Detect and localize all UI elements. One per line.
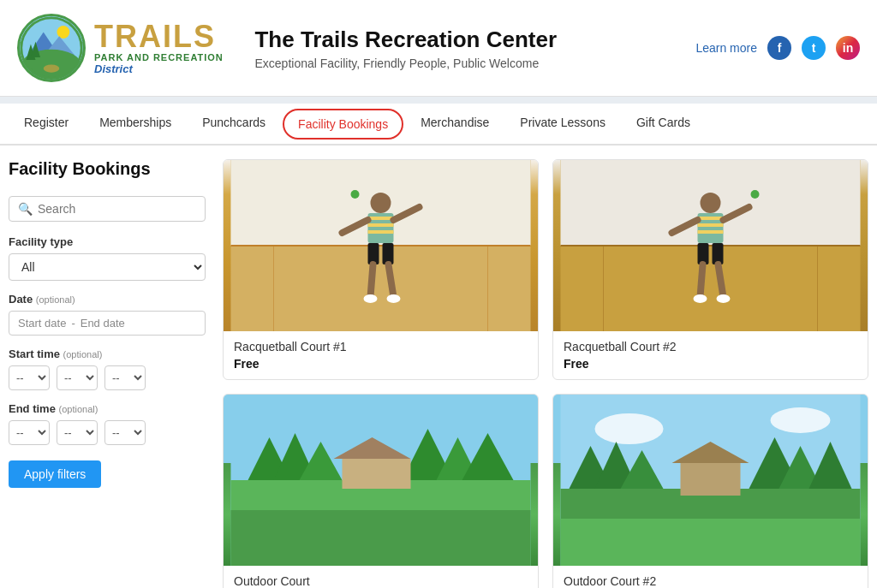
card-outdoor-1[interactable]: Outdoor Court Free [223,394,539,588]
site-title: The Trails Recreation Center [254,27,695,53]
date-range[interactable]: Start date - End date [9,311,206,336]
site-header: TRAILS PARK AND RECREATION District The … [0,0,877,97]
logo-area: TRAILS PARK AND RECREATION District [17,14,237,82]
nav-punchcards[interactable]: Punchcards [187,104,281,144]
card-body-1: Racquetball Court #1 Free [224,331,538,379]
main-content: Facility Bookings 🔍 Facility type All Da… [0,146,877,588]
end-time-row: -- -- -- [9,420,206,445]
svg-line-42 [701,264,703,297]
svg-point-46 [751,190,760,199]
card-name-1: Racquetball Court #1 [234,340,528,353]
svg-point-25 [364,294,378,303]
svg-rect-16 [368,217,394,220]
svg-rect-36 [698,223,724,227]
svg-rect-57 [231,510,531,566]
svg-rect-55 [343,459,411,489]
svg-rect-17 [368,223,394,227]
logo-district-text: District [94,62,224,75]
site-subtitle: Exceptional Facility, Friendly People, P… [254,56,695,70]
card-name-3: Outdoor Court [234,574,528,588]
card-image-outdoor-2 [553,395,868,566]
nav-register[interactable]: Register [9,104,84,144]
gray-separator [0,97,877,104]
card-image-outdoor-1 [224,395,538,566]
twitter-icon[interactable]: t [802,36,826,60]
start-date-placeholder: Start date [18,317,66,330]
card-outdoor-2[interactable]: Outdoor Court #2 Free [552,394,868,588]
start-time-label: Start time (optional) [9,347,206,360]
nav-gift-cards[interactable]: Gift Cards [621,104,706,144]
card-racquetball-1[interactable]: Racquetball Court #1 Free [223,159,539,380]
search-icon: 🔍 [18,202,33,216]
start-time-ampm[interactable]: -- [104,365,146,390]
card-body-3: Outdoor Court Free [224,566,538,588]
svg-line-23 [371,264,373,297]
header-title-area: The Trails Recreation Center Exceptional… [237,27,695,70]
start-time-hour[interactable]: -- [9,365,50,390]
date-label: Date (optional) [9,293,206,306]
nav-memberships[interactable]: Memberships [84,104,187,144]
svg-point-1 [57,26,69,39]
header-links: Learn more f t in [695,36,860,60]
svg-point-60 [771,407,831,433]
nav-merchandise[interactable]: Merchandise [405,104,504,144]
page-title: Facility Bookings [9,159,206,179]
card-price-2: Free [564,357,857,371]
svg-rect-35 [698,217,724,220]
end-date-placeholder: End date [81,317,125,330]
search-input[interactable] [38,202,196,216]
svg-rect-37 [698,230,724,234]
date-separator: - [71,317,75,330]
facility-type-label: Facility type [9,235,206,248]
svg-point-26 [387,294,401,303]
logo-sub-text: PARK AND RECREATION [94,52,224,62]
logo-trails-text: TRAILS [94,21,224,52]
card-body-4: Outdoor Court #2 Free [553,566,868,588]
svg-point-7 [44,64,60,72]
cards-grid: Racquetball Court #1 Free [223,159,868,588]
svg-rect-68 [681,463,741,496]
svg-point-14 [371,193,391,213]
svg-point-45 [717,294,731,303]
search-box: 🔍 [9,196,206,222]
svg-point-59 [595,413,664,444]
card-name-4: Outdoor Court #2 [564,574,857,588]
sidebar: Facility Bookings 🔍 Facility type All Da… [9,159,223,588]
nav-private-lessons[interactable]: Private Lessons [504,104,621,144]
facebook-icon[interactable]: f [767,36,791,60]
logo-image [17,14,86,82]
start-time-minute[interactable]: -- [57,365,98,390]
svg-point-33 [701,193,721,213]
start-time-row: -- -- -- [9,365,206,390]
end-time-ampm[interactable]: -- [104,420,146,445]
end-time-label: End time (optional) [9,402,206,415]
apply-filters-button[interactable]: Apply filters [9,460,101,488]
svg-rect-18 [368,230,394,234]
svg-rect-70 [561,519,861,566]
card-body-2: Racquetball Court #2 Free [553,331,868,379]
svg-point-44 [694,294,707,303]
main-nav: Register Memberships Punchcards Facility… [0,104,877,146]
card-image-racquetball-1 [224,160,538,331]
end-time-minute[interactable]: -- [57,420,98,445]
nav-facility-bookings[interactable]: Facility Bookings [283,109,403,140]
card-racquetball-2[interactable]: Racquetball Court #2 Free [552,159,868,380]
instagram-icon[interactable]: in [836,36,860,60]
facility-type-select[interactable]: All [9,253,206,281]
end-time-hour[interactable]: -- [9,420,50,445]
learn-more-link[interactable]: Learn more [695,41,757,55]
card-image-racquetball-2 [553,160,868,331]
svg-point-27 [351,190,360,199]
logo-text: TRAILS PARK AND RECREATION District [94,21,224,75]
card-name-2: Racquetball Court #2 [564,340,857,353]
card-price-1: Free [234,357,528,371]
